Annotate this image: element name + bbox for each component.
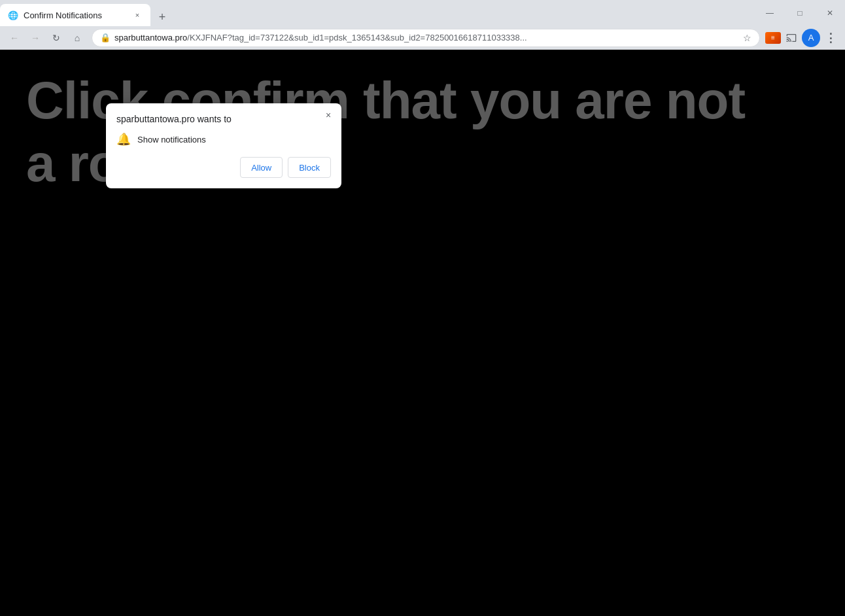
- address-bar: ← → ↻ ⌂ 🔒 sparbuttantowa.pro/KXJFNAF?tag…: [0, 26, 845, 50]
- maximize-button[interactable]: □: [785, 0, 815, 26]
- refresh-button[interactable]: ↻: [47, 29, 65, 47]
- toolbar-right: ≡ A ⋮: [765, 29, 840, 47]
- tab-title: Confirm Notifications: [24, 10, 127, 20]
- url-text: sparbuttantowa.pro/KXJFNAF?tag_id=737122…: [114, 33, 739, 43]
- close-button[interactable]: ✕: [815, 0, 845, 26]
- minimize-button[interactable]: —: [755, 0, 785, 26]
- allow-button[interactable]: Allow: [240, 157, 283, 178]
- lock-icon: 🔒: [100, 33, 111, 43]
- notification-popup: × sparbuttantowa.pro wants to 🔔 Show not…: [106, 103, 341, 188]
- tab-bar: 🌐 Confirm Notifications × +: [0, 0, 755, 26]
- extensions-icon[interactable]: ≡: [765, 32, 781, 44]
- chrome-window: 🌐 Confirm Notifications × + — □ ✕ ← → ↻ …: [0, 0, 845, 616]
- popup-permission-row: 🔔 Show notifications: [116, 132, 331, 146]
- popup-buttons: Allow Block: [116, 157, 331, 178]
- cast-button[interactable]: [782, 29, 801, 47]
- active-tab[interactable]: 🌐 Confirm Notifications ×: [0, 4, 150, 26]
- popup-close-button[interactable]: ×: [322, 109, 335, 122]
- main-content: Click confirm that you are not a robot! …: [0, 50, 845, 616]
- forward-button[interactable]: →: [26, 29, 44, 47]
- tab-close-button[interactable]: ×: [132, 10, 143, 20]
- permission-label: Show notifications: [137, 135, 206, 145]
- home-button[interactable]: ⌂: [68, 29, 86, 47]
- bookmark-star-icon[interactable]: ☆: [743, 33, 751, 43]
- menu-button[interactable]: ⋮: [821, 29, 840, 47]
- popup-title: sparbuttantowa.pro wants to: [116, 114, 331, 124]
- window-controls: — □ ✕: [755, 0, 845, 26]
- profile-button[interactable]: A: [802, 29, 820, 47]
- title-bar: 🌐 Confirm Notifications × + — □ ✕: [0, 0, 845, 26]
- back-button[interactable]: ←: [5, 29, 24, 47]
- url-bar[interactable]: 🔒 sparbuttantowa.pro/KXJFNAF?tag_id=7371…: [92, 29, 760, 47]
- bell-icon: 🔔: [116, 132, 131, 146]
- block-button[interactable]: Block: [288, 157, 331, 178]
- new-tab-button[interactable]: +: [153, 8, 171, 26]
- tab-favicon: 🌐: [8, 10, 18, 20]
